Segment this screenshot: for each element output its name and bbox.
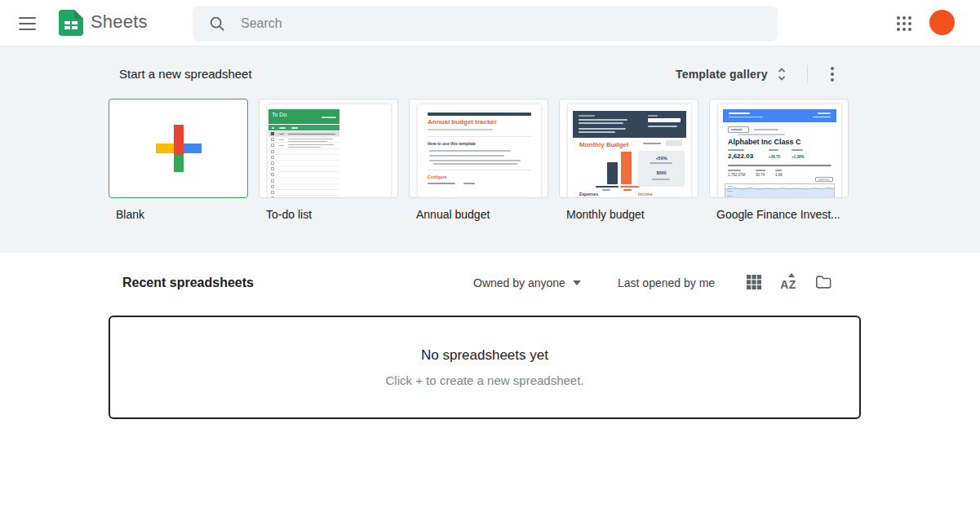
todo-thumb-title: To Do: [272, 112, 286, 117]
templates-section: Start a new spreadsheet Template gallery: [0, 46, 980, 253]
monthly-thumb-expenses-bottom: Expenses: [579, 192, 598, 196]
hamburger-icon: [19, 17, 36, 19]
grid-view-button[interactable]: [743, 271, 765, 294]
empty-state-title: No spreadsheets yet: [421, 347, 548, 364]
templates-overflow-menu-button[interactable]: [821, 63, 844, 86]
annual-mini-page: Annual budget tracker How to use this te…: [418, 104, 541, 198]
sort-az-button[interactable]: AZ: [777, 271, 800, 294]
empty-state-subtitle: Click + to create a new spreadsheet.: [385, 373, 583, 387]
apps-grid-icon: [897, 16, 911, 31]
empty-state-box: No spreadsheets yet Click + to create a …: [109, 316, 861, 419]
search-icon: [208, 15, 226, 33]
template-card-label: Blank: [109, 208, 248, 221]
monthly-thumb-amount: $500: [638, 170, 685, 175]
google-finance-template-thumbnail[interactable]: Alphabet Inc Class C 2,622.03 +36.75 +1.…: [709, 99, 849, 198]
monthly-budget-template-thumbnail[interactable]: Monthly Budget +50% $500: [559, 99, 698, 198]
monthly-thumb-title: Monthly Budget: [579, 141, 628, 148]
sort-az-icon: AZ: [780, 273, 796, 291]
folder-icon: [815, 275, 831, 289]
app-title[interactable]: Sheets: [91, 11, 148, 33]
template-gallery-label: Template gallery: [676, 68, 768, 81]
kebab-icon: [831, 67, 834, 70]
template-card-annual-budget: Annual budget tracker How to use this te…: [409, 99, 548, 221]
templates-section-title: Start a new spreadsheet: [119, 67, 252, 81]
sort-order-label[interactable]: Last opened by me: [618, 276, 715, 289]
monthly-mini-page: Monthly Budget +50% $500: [568, 104, 691, 198]
recent-section-title: Recent spreadsheets: [122, 276, 254, 290]
open-file-picker-button[interactable]: [812, 271, 835, 294]
owner-filter-label: Owned by anyone: [473, 276, 565, 289]
template-gallery-button[interactable]: Template gallery: [669, 62, 794, 86]
monthly-thumb-pct: +50%: [638, 156, 685, 161]
recent-spreadsheets-section: Recent spreadsheets Owned by anyone Last…: [0, 253, 980, 521]
owner-filter-dropdown[interactable]: Owned by anyone: [473, 276, 581, 289]
main-menu-button[interactable]: [11, 7, 44, 40]
unfold-more-icon: [776, 67, 787, 82]
blank-template-thumbnail[interactable]: [109, 99, 248, 198]
templates-controls: Template gallery: [669, 61, 844, 87]
annual-budget-template-thumbnail[interactable]: Annual budget tracker How to use this te…: [409, 99, 548, 198]
template-card-google-finance: Alphabet Inc Class C 2,622.03 +36.75 +1.…: [709, 99, 849, 221]
caret-down-icon: [573, 280, 581, 285]
todo-template-thumbnail[interactable]: To Do: [259, 99, 398, 198]
sheets-logo-icon[interactable]: [59, 10, 83, 36]
finance-mini-page: Alphabet Inc Class C 2,622.03 +36.75 +1.…: [718, 104, 841, 198]
template-card-label: Annual budget: [409, 208, 548, 221]
account-avatar[interactable]: [929, 10, 955, 35]
sheets-home-page: Sheets Start a new spreadsheet Template …: [0, 0, 980, 521]
search-input[interactable]: [241, 16, 778, 31]
finance-thumb-change: +36.75: [769, 155, 780, 159]
grid-view-icon: [746, 274, 762, 290]
annual-thumb-howto: How to use this template: [428, 141, 476, 146]
search-bar[interactable]: [193, 6, 778, 42]
finance-thumb-stat1: 1,762,07M: [728, 173, 745, 177]
finance-thumb-stat2: 30.74: [756, 173, 765, 177]
template-card-monthly-budget: Monthly Budget +50% $500: [559, 99, 698, 221]
template-card-label: Google Finance Invest...: [709, 208, 849, 221]
divider: [807, 65, 808, 83]
finance-thumb-chart: [725, 183, 835, 198]
monthly-thumb-income-bottom: Income: [638, 192, 653, 196]
finance-thumb-price: 2,622.03: [728, 152, 753, 160]
todo-mini-page: To Do: [268, 104, 391, 198]
template-card-todo: To Do: [259, 99, 398, 221]
finance-thumb-stat3: 1.66: [775, 173, 783, 177]
annual-thumb-configure: Configure: [428, 174, 447, 179]
top-bar: Sheets: [0, 0, 980, 46]
template-card-label: To-do list: [259, 208, 398, 221]
template-card-blank: Blank: [109, 99, 248, 221]
template-cards-row: Blank To Do: [109, 99, 849, 221]
template-card-label: Monthly budget: [559, 208, 698, 221]
finance-thumb-change-pct: +1.38%: [792, 155, 804, 159]
finance-thumb-company: Alphabet Inc Class C: [728, 138, 801, 146]
google-apps-button[interactable]: [889, 8, 920, 39]
annual-thumb-title: Annual budget tracker: [428, 118, 497, 126]
